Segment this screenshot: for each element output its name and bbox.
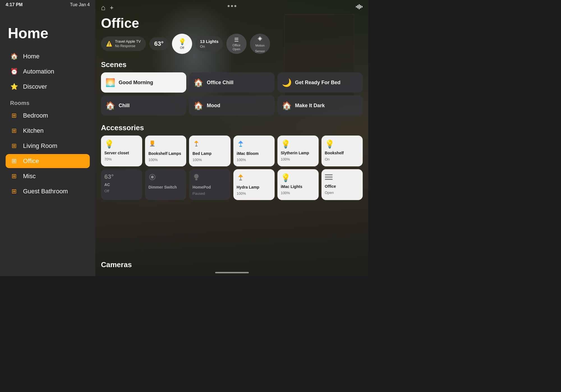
- bookshelf-lamps-status: 100%: [148, 158, 183, 162]
- scene-get-ready-bed-label: Get Ready For Bed: [295, 80, 341, 86]
- add-room-button[interactable]: +: [110, 4, 114, 12]
- accessory-hydra-lamp[interactable]: Hydra Lamp 100%: [233, 169, 275, 200]
- sidebar-room-office: Office: [23, 157, 39, 165]
- scene-office-chill-label: Office Chill: [207, 80, 233, 86]
- alert-icon: ⚠️: [106, 41, 112, 47]
- svg-rect-16: [195, 178, 197, 180]
- accessory-dimmer-switch[interactable]: Dimmer Switch: [145, 169, 186, 200]
- accessory-imac-bloom[interactable]: iMac Bloom 100%: [233, 136, 275, 166]
- scene-make-it-dark-label: Make It Dark: [295, 103, 325, 109]
- lights-on-label: On: [200, 44, 205, 49]
- room-title: Office: [101, 15, 139, 31]
- sidebar-item-misc[interactable]: ⊞ Misc: [6, 169, 90, 183]
- homepod-name: HomePod: [192, 185, 227, 190]
- sidebar-item-office[interactable]: ⊞ Office: [6, 154, 90, 168]
- office-open-widget[interactable]: ☰ Office Open: [226, 34, 247, 54]
- ac-temp: 63°: [104, 173, 139, 180]
- nav-item-automation[interactable]: ⏰ Automation: [6, 65, 90, 79]
- lights-off-widget[interactable]: 💡 Off: [172, 34, 192, 54]
- svg-rect-9: [195, 146, 197, 146]
- rooms-label: Rooms: [6, 95, 90, 109]
- bed-lamp-status: 100%: [192, 158, 227, 162]
- svg-rect-1: [357, 5, 358, 8]
- bookshelf-lamps-name: Bookshelf Lamps: [148, 151, 183, 156]
- status-date: Tue Jan 4: [70, 2, 90, 7]
- misc-icon: ⊞: [10, 173, 18, 180]
- office-sensor-icon: ☰: [234, 37, 239, 43]
- accessory-office-sensor[interactable]: Office Open: [321, 169, 363, 200]
- status-bar: ⚠️ Travel Apple TV No Response 63° 💡 Off…: [95, 34, 368, 54]
- bookshelf-icon: 💡: [325, 139, 359, 149]
- nav-label-discover: Discover: [23, 83, 47, 90]
- siri-icon[interactable]: [356, 4, 363, 11]
- accessory-ac[interactable]: 63° AC Off: [101, 169, 142, 200]
- sidebar-room-livingroom: Living Room: [23, 142, 57, 150]
- mood-icon: 🏠: [194, 101, 203, 110]
- sidebar-item-bedroom[interactable]: ⊞ Bedroom: [6, 109, 90, 123]
- slytherin-lamp-icon: 💡: [281, 139, 315, 149]
- bed-lamp-name: Bed Lamp: [192, 151, 227, 156]
- lights-count-widget[interactable]: 13 Lights On: [196, 36, 223, 51]
- home-header-icon[interactable]: ⌂: [101, 3, 105, 12]
- nav-label-home: Home: [23, 53, 40, 60]
- slytherin-lamp-name: Slytherin Lamp: [281, 150, 315, 155]
- scene-good-morning[interactable]: 🌅 Good Morning: [101, 72, 186, 93]
- motion-sensor-widget[interactable]: ◈ Motion Sensor: [250, 34, 270, 54]
- svg-rect-19: [325, 174, 333, 175]
- imac-lights-icon: 💡: [281, 173, 315, 182]
- scene-office-chill[interactable]: 🏠 Office Chill: [189, 72, 274, 93]
- accessories-title: Accessories: [101, 123, 363, 132]
- accessory-bookshelf[interactable]: 💡 Bookshelf On: [321, 136, 363, 166]
- accessory-slytherin-lamp[interactable]: 💡 Slytherin Lamp 100%: [277, 136, 319, 166]
- hydra-lamp-status: 100%: [237, 191, 271, 196]
- accessory-homepod[interactable]: HomePod Paused: [189, 169, 230, 200]
- nav-item-discover[interactable]: ⭐ Discover: [6, 80, 90, 94]
- accessory-imac-lights[interactable]: 💡 iMac Lights 100%: [277, 169, 319, 200]
- accessories-grid: 💡 Server closet 70% Bookshelf Lamps 100%…: [101, 136, 363, 200]
- svg-point-14: [151, 176, 154, 178]
- sidebar-item-kitchen[interactable]: ⊞ Kitchen: [6, 124, 90, 138]
- scenes-section: Scenes 🌅 Good Morning 🏠 Office Chill 🌙 G…: [95, 60, 368, 116]
- temperature-widget[interactable]: 63°: [149, 37, 169, 50]
- get-ready-bed-icon: 🌙: [282, 78, 292, 87]
- sidebar-room-bedroom: Bedroom: [23, 112, 48, 119]
- make-it-dark-icon: 🏠: [282, 101, 292, 110]
- scenes-grid: 🌅 Good Morning 🏠 Office Chill 🌙 Get Read…: [101, 72, 363, 116]
- sidebar-room-kitchen: Kitchen: [23, 127, 43, 134]
- office-chill-icon: 🏠: [194, 78, 203, 87]
- server-closet-name: Server closet: [104, 150, 139, 155]
- accessory-bookshelf-lamps[interactable]: Bookshelf Lamps 100%: [145, 136, 186, 166]
- scene-make-it-dark[interactable]: 🏠 Make It Dark: [277, 95, 363, 116]
- imac-bloom-status: 100%: [237, 158, 271, 162]
- sidebar-room-misc: Misc: [23, 173, 36, 180]
- home-icon: 🏠: [10, 53, 18, 60]
- svg-point-15: [194, 174, 199, 178]
- lights-count: 13 Lights: [200, 39, 219, 44]
- bed-lamp-icon: [192, 139, 227, 149]
- accessory-server-closet[interactable]: 💡 Server closet 70%: [101, 136, 142, 166]
- sidebar-item-livingroom[interactable]: ⊞ Living Room: [6, 139, 90, 153]
- nav-item-home[interactable]: 🏠 Home: [6, 49, 90, 63]
- main-header: ⌂ +: [95, 0, 368, 15]
- scene-mood[interactable]: 🏠 Mood: [189, 95, 274, 116]
- dimmer-switch-name: Dimmer Switch: [148, 185, 183, 190]
- homepod-icon: [192, 173, 227, 183]
- hydra-lamp-icon: [237, 173, 271, 183]
- scene-get-ready-bed[interactable]: 🌙 Get Ready For Bed: [277, 72, 363, 93]
- imac-bloom-icon: [237, 139, 271, 149]
- discover-icon: ⭐: [10, 83, 18, 90]
- server-closet-icon: 💡: [104, 139, 139, 149]
- sidebar-room-guestbathroom: Guest Bathroom: [23, 188, 68, 195]
- scenes-title: Scenes: [101, 60, 363, 69]
- svg-rect-18: [239, 180, 242, 180]
- scene-chill[interactable]: 🏠 Chill: [101, 95, 186, 116]
- svg-rect-20: [325, 176, 333, 178]
- accessory-bed-lamp[interactable]: Bed Lamp 100%: [189, 136, 230, 166]
- office-sensor-name: Office: [325, 184, 359, 189]
- motion-label2: Sensor: [255, 49, 265, 53]
- appletv-widget[interactable]: ⚠️ Travel Apple TV No Response: [101, 36, 146, 51]
- svg-rect-0: [356, 6, 357, 8]
- scene-chill-label: Chill: [119, 103, 130, 109]
- sidebar-item-guestbathroom[interactable]: ⊞ Guest Bathroom: [6, 184, 90, 198]
- imac-bloom-name: iMac Bloom: [237, 151, 271, 156]
